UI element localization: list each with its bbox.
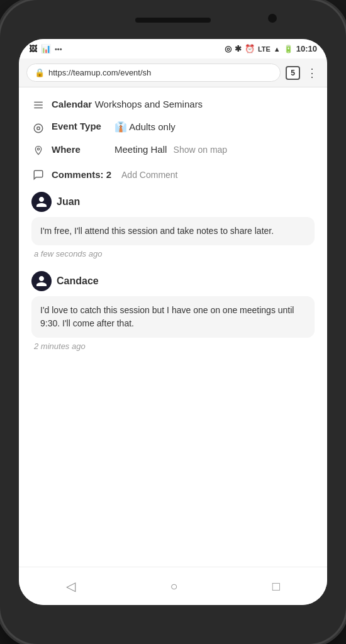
- show-on-map-link[interactable]: Show on map: [174, 145, 228, 155]
- comment-user-candace: Candace: [31, 271, 315, 291]
- comment-text-candace: I'd love to catch this session but I hav…: [31, 296, 315, 338]
- avatar-juan: [31, 192, 52, 212]
- avatar-candace: [31, 271, 52, 291]
- battery-icon: 🔋: [284, 45, 293, 53]
- event-type-label: Event Type: [52, 121, 108, 131]
- comments-label: Comments: 2: [52, 169, 111, 180]
- event-type-text: Adults only: [129, 121, 175, 132]
- chart-icon: 📊: [41, 44, 51, 53]
- add-comment-link[interactable]: Add Comment: [121, 170, 177, 180]
- status-left: 🖼 📊 •••: [29, 44, 62, 53]
- svg-point-3: [34, 124, 43, 133]
- lock-icon: 🔒: [35, 68, 45, 77]
- nav-bar: ◁ ○ □: [19, 567, 327, 605]
- comment-icon: [31, 168, 45, 182]
- username-juan: Juan: [57, 196, 80, 208]
- url-field[interactable]: 🔒 https://teamup.com/event/sh: [26, 64, 281, 82]
- calendar-label: Calendar: [52, 99, 92, 109]
- svg-point-4: [37, 127, 40, 130]
- comment-text-juan: I'm free, I'll attend this session and t…: [31, 217, 315, 245]
- address-bar: 🔒 https://teamup.com/event/sh 5 ⋮: [19, 58, 327, 87]
- tab-count[interactable]: 5: [286, 66, 300, 80]
- status-bar: 🖼 📊 ••• ◎ ✱ ⏰ LTE ▲ 🔋 10:10: [19, 39, 327, 58]
- alarm-icon: ⏰: [245, 44, 255, 53]
- photo-icon: 🖼: [29, 44, 37, 53]
- event-type-emoji: 👔: [114, 121, 127, 132]
- status-right: ◎ ✱ ⏰ LTE ▲ 🔋 10:10: [225, 44, 317, 53]
- page-content: Calendar Workshops and Seminars Event Ty…: [19, 87, 327, 567]
- menu-dots-icon[interactable]: ⋮: [305, 66, 320, 80]
- comment-candace: Candace I'd love to catch this session b…: [31, 271, 315, 351]
- speaker: [135, 18, 211, 23]
- comment-time-candace: 2 minutes ago: [34, 341, 315, 351]
- svg-point-5: [37, 148, 39, 150]
- calendar-value: Workshops and Seminars: [95, 99, 203, 109]
- comment-time-juan: a few seconds ago: [34, 249, 315, 258]
- calendar-list-icon: [31, 98, 45, 112]
- back-button[interactable]: ◁: [53, 574, 88, 599]
- url-text: https://teamup.com/event/sh: [48, 68, 151, 77]
- wifi-icon: ◎: [225, 44, 232, 53]
- recent-button[interactable]: □: [260, 574, 293, 599]
- phone-screen: 🖼 📊 ••• ◎ ✱ ⏰ LTE ▲ 🔋 10:10 🔒 https://te…: [19, 39, 327, 605]
- where-label: Where: [52, 144, 108, 155]
- home-button[interactable]: ○: [157, 574, 190, 599]
- where-value: Meeting Hall Show on map: [114, 144, 315, 155]
- where-row: Where Meeting Hall Show on map: [31, 144, 315, 158]
- event-type-row: Event Type 👔 Adults only: [31, 121, 315, 135]
- event-type-icon: [31, 121, 45, 135]
- username-candace: Candace: [57, 275, 99, 287]
- phone-frame: 🖼 📊 ••• ◎ ✱ ⏰ LTE ▲ 🔋 10:10 🔒 https://te…: [0, 0, 346, 644]
- lte-label: LTE: [258, 45, 271, 53]
- comment-user-juan: Juan: [31, 192, 315, 212]
- where-text: Meeting Hall: [114, 144, 167, 155]
- clock: 10:10: [296, 44, 317, 53]
- comment-juan: Juan I'm free, I'll attend this session …: [31, 192, 315, 258]
- bluetooth-icon: ✱: [235, 44, 242, 53]
- dots-icon: •••: [55, 45, 62, 53]
- location-icon: [31, 145, 45, 158]
- signal-icon: ▲: [274, 45, 281, 53]
- comments-row: Comments: 2 Add Comment: [31, 167, 315, 182]
- event-type-value: 👔 Adults only: [114, 121, 315, 133]
- calendar-row: Calendar Workshops and Seminars: [31, 97, 315, 112]
- camera: [268, 14, 277, 23]
